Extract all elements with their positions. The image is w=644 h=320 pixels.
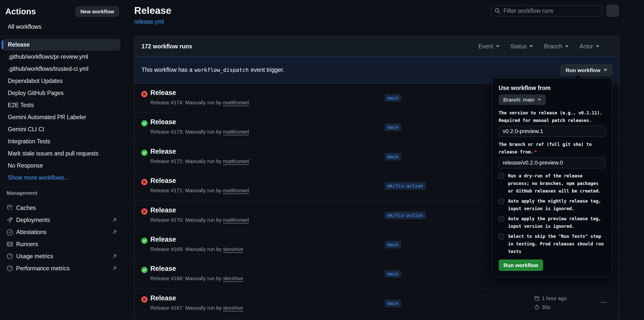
sidebar-item-github-workflows-pr-review-yml[interactable]: .github/workflows/pr-review.yml xyxy=(0,51,124,63)
branch-badge[interactable]: main xyxy=(385,241,401,248)
management-label: Runners xyxy=(16,241,38,248)
page-kebab-button[interactable] xyxy=(606,5,619,17)
run-workflow-submit-button[interactable]: Run workflow xyxy=(499,260,543,271)
run-actor-link[interactable]: skeshive xyxy=(223,275,243,281)
branch-badge[interactable]: mk/fix-action xyxy=(385,212,426,219)
workflow-input-checkbox-row[interactable]: Auto apply the preview release tag, inpu… xyxy=(499,215,606,230)
sidebar-item-e2e-tests[interactable]: E2E Tests xyxy=(0,99,124,111)
checkbox[interactable] xyxy=(499,234,504,239)
run-title-link[interactable]: Release xyxy=(150,118,176,126)
run-title-link[interactable]: Release xyxy=(150,206,176,214)
branch-badge[interactable]: mk/fix-action xyxy=(385,182,426,190)
run-actor-link[interactable]: mattKorwel xyxy=(223,129,249,135)
branch-badge[interactable]: main xyxy=(385,153,401,161)
gauge-icon xyxy=(7,265,13,272)
sidebar-item-mark-stale-issues-and-pull-requests[interactable]: Mark stale issues and pull requests xyxy=(0,147,124,159)
workflow-label: Release xyxy=(8,41,30,48)
new-workflow-button[interactable]: New workflow xyxy=(76,7,119,17)
branch-badge[interactable]: main xyxy=(385,300,401,307)
sidebar-item-performance-metrics[interactable]: Performance metrics xyxy=(0,262,125,274)
run-actor-link[interactable]: mattKorwel xyxy=(223,187,249,193)
workflow-label: Mark stale issues and pull requests xyxy=(8,150,98,157)
run-actor-link[interactable]: skeshive xyxy=(223,246,243,252)
sidebar-divider xyxy=(2,187,123,187)
checkbox[interactable] xyxy=(499,199,504,204)
run-description: Release #168: Manually run by skeshive xyxy=(150,275,243,281)
run-description: Release #170: Manually run by mattKorwel xyxy=(150,217,249,223)
workflow-label: Gemini Automated PR Labeler xyxy=(8,114,86,121)
run-title-link[interactable]: Release xyxy=(150,89,176,97)
sidebar-item-show-more-workflows[interactable]: Show more workflows... xyxy=(0,172,124,184)
workflow-input-checkbox-row[interactable]: Auto apply the nightly release tag, inpu… xyxy=(499,197,606,212)
x-circle-icon xyxy=(141,208,148,215)
workflow-file-link[interactable]: release.yml xyxy=(134,18,164,25)
filter-runs-search[interactable] xyxy=(491,5,602,16)
sidebar-item-usage-metrics[interactable]: Usage metrics xyxy=(0,250,125,262)
sidebar-item-dependabot-updates[interactable]: Dependabot Updates xyxy=(0,75,124,87)
checkbox[interactable] xyxy=(499,173,504,179)
sidebar-item-deployments[interactable]: Deployments xyxy=(0,214,125,226)
version-input[interactable] xyxy=(499,126,606,137)
filter-branch[interactable]: Branch xyxy=(544,43,569,50)
external-link-icon xyxy=(112,229,117,235)
workflow-label: E2E Tests xyxy=(8,102,34,109)
run-description: Release #171: Manually run by mattKorwel xyxy=(150,187,249,194)
caret-down-icon xyxy=(529,45,533,47)
banner-text-after: event trigger. xyxy=(251,67,284,73)
sidebar-item-github-workflows-trusted-ci-yml[interactable]: .github/workflows/trusted-ci.yml xyxy=(0,63,124,75)
management-label: Caches xyxy=(16,205,36,211)
run-actor-link[interactable]: mattKorwel xyxy=(223,100,249,105)
branch-badge[interactable]: main xyxy=(385,270,401,278)
run-title-link[interactable]: Release xyxy=(150,294,176,302)
filter-event[interactable]: Event xyxy=(478,43,499,50)
run-title-link[interactable]: Release xyxy=(150,265,176,273)
run-description: Release #169: Manually run by skeshive xyxy=(150,246,243,252)
sidebar-item-integration-tests[interactable]: Integration Tests xyxy=(0,135,124,147)
banner-text-before: This workflow has a xyxy=(142,67,192,73)
checkbox[interactable] xyxy=(499,216,504,221)
sidebar-item-no-response[interactable]: No Response xyxy=(0,159,124,172)
x-circle-icon xyxy=(141,179,148,185)
rocket-icon xyxy=(7,217,13,223)
external-link-icon xyxy=(112,217,117,223)
sidebar-item-attestations[interactable]: Attestations xyxy=(0,226,125,238)
run-workflow-dialog: Use workflow from Branch: main The versi… xyxy=(492,78,612,277)
run-title-link[interactable]: Release xyxy=(150,177,176,185)
run-actor-link[interactable]: mattKorwel xyxy=(223,158,249,164)
all-workflows-link[interactable]: All workflows xyxy=(8,23,41,30)
branch-badge[interactable]: main xyxy=(385,94,401,102)
workflow-run-row[interactable]: Release Release #167: Manually run by sk… xyxy=(134,289,619,318)
filter-status[interactable]: Status xyxy=(510,43,533,50)
run-workflow-dropdown-button[interactable]: Run workflow xyxy=(561,65,612,76)
workflow-input-checkbox-row[interactable]: Select to skip the "Run Tests" step in t… xyxy=(499,233,606,255)
run-time: 1 hour ago xyxy=(542,295,567,301)
management-heading: Management xyxy=(0,190,125,196)
runs-count: 172 workflow runs xyxy=(142,43,192,50)
sidebar-item-caches[interactable]: Caches xyxy=(0,202,125,214)
sidebar-item-release[interactable]: Release xyxy=(3,39,120,51)
branch-selector-button[interactable]: Branch: main xyxy=(499,94,546,105)
runs-header: 172 workflow runs Event Status Branch Ac… xyxy=(134,36,619,56)
row-kebab-icon[interactable] xyxy=(603,302,604,303)
run-actor-link[interactable]: mattKorwel xyxy=(223,217,249,223)
search-input[interactable] xyxy=(503,8,602,14)
checkbox-label: Select to skip the "Run Tests" step in t… xyxy=(508,233,606,255)
filter-actor[interactable]: Actor xyxy=(579,43,599,50)
external-link-icon xyxy=(112,266,117,271)
sidebar-item-gemini-cli-ci[interactable]: Gemini CLI CI xyxy=(0,123,124,135)
sidebar-item-deploy-github-pages[interactable]: Deploy GitHub Pages xyxy=(0,87,124,99)
external-link-icon xyxy=(112,253,117,259)
sidebar-item-gemini-automated-pr-labeler[interactable]: Gemini Automated PR Labeler xyxy=(0,111,124,123)
workflow-label: Dependabot Updates xyxy=(8,78,63,84)
run-meta: 1 hour ago 35s xyxy=(534,295,567,310)
run-title-link[interactable]: Release xyxy=(150,236,176,243)
ref-input[interactable] xyxy=(499,157,606,168)
run-actor-link[interactable]: skeshive xyxy=(223,305,243,311)
sidebar-item-runners[interactable]: Runners xyxy=(0,238,125,250)
run-title-link[interactable]: Release xyxy=(150,148,176,155)
check-circle-icon xyxy=(141,238,148,244)
workflow-input-checkbox-row[interactable]: Run a dry-run of the release process; no… xyxy=(499,172,606,195)
cache-icon xyxy=(7,205,13,211)
branch-badge[interactable]: main xyxy=(385,123,401,131)
management-list: Caches Deployments Attestations Runners … xyxy=(0,202,125,274)
